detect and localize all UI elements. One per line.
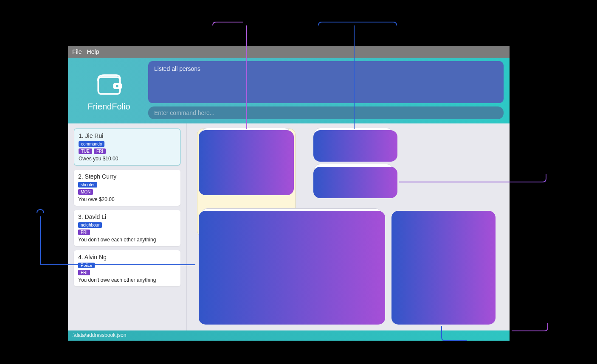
content-area: 1. Jie RuicommandoTUEFRIOwes you $10.002… [68,123,510,330]
logo: FriendFolio [74,61,144,119]
command-input[interactable] [148,106,504,119]
phone-value: 98778765 [265,228,290,235]
tags-label: Tags: [328,131,343,137]
detail-name: Jie Rui [226,150,265,164]
day-chip: FRI [94,148,106,154]
contact-panel: Contact Details Phone Number: 98778765 A… [201,208,382,316]
birthday-label: Birthday: [219,264,243,270]
tags-panel: Tags: commando [314,128,393,154]
address-value: Woodlands [265,240,293,246]
email-label: Email: [219,252,235,258]
status-bar: .\data\addressbook.json [68,330,510,341]
money-icon [208,275,215,282]
phone-icon [208,228,215,235]
svg-point-2 [115,84,118,87]
person-card[interactable]: 3. David LineighbourFRIYou don't owe eac… [74,210,180,246]
money-value: Owes you $10.00 [265,276,308,282]
menu-help[interactable]: Help [87,48,99,55]
person-list[interactable]: 1. Jie RuicommandoTUEFRIOwes you $10.002… [68,123,187,330]
address-label: Address: [219,240,242,246]
result-display: Listed all persons [148,61,504,103]
owe-text: You don't owe each other anything [78,237,176,243]
header: FriendFolio Listed all persons [68,58,510,123]
detail-area: Jie Rui Tags: commando Days Available: T… [187,123,510,330]
money-label: Money Owed [219,276,253,282]
tag-chip: commando [341,143,366,148]
name-panel: Jie Rui [201,128,290,187]
person-title: 3. David Li [78,213,176,220]
days-panel: Days Available: TUEFRI [314,164,393,190]
svg-rect-4 [320,168,325,173]
day-chip: FRI [355,179,367,185]
person-title: 2. Steph Curry [78,173,176,180]
email-icon [208,252,215,258]
svg-rect-9 [209,277,214,280]
owe-text: You don't owe each other anything [78,277,176,283]
tag-icon [319,131,326,137]
menu-bar: File Help [68,46,510,58]
owe-text: Owes you $10.00 [79,156,176,162]
app-title: FriendFolio [87,102,130,112]
tag-chip: Police [78,263,95,268]
person-title: 4. Alvin Ng [78,254,176,260]
tag-chip: neighbour [78,222,102,228]
day-chip: FRI [78,230,90,235]
cake-icon [208,263,215,270]
tag-chip: commando [79,141,104,147]
phone-label: Phone Number: [219,228,260,235]
menu-file[interactable]: File [72,48,82,55]
day-chip: TUE [79,148,92,154]
wallet-icon [92,69,126,101]
svg-point-3 [323,132,324,133]
day-chip: TUE [340,179,353,185]
day-chip: FRI [78,270,90,275]
day-chip: MON [78,189,93,195]
tag-chip: shooter [78,182,97,188]
home-icon [208,240,215,246]
days-label: Days Available: [328,167,369,174]
owe-text: You owe $20.00 [78,196,176,202]
person-title: 1. Jie Rui [79,132,176,139]
person-card[interactable]: 2. Steph CurryshooterMONYou owe $20.00 [74,170,180,206]
email-value: jierui@nus.com [265,252,303,258]
contact-heading: Contact Details [208,214,375,224]
person-card[interactable]: 4. Alvin NgPoliceFRIYou don't owe each o… [74,250,180,286]
calendar-icon [319,167,326,174]
person-card[interactable]: 1. Jie RuicommandoTUEFRIOwes you $10.00 [74,129,180,165]
svg-point-10 [211,278,212,279]
app-window: File Help FriendFolio Listed all persons… [68,46,510,341]
